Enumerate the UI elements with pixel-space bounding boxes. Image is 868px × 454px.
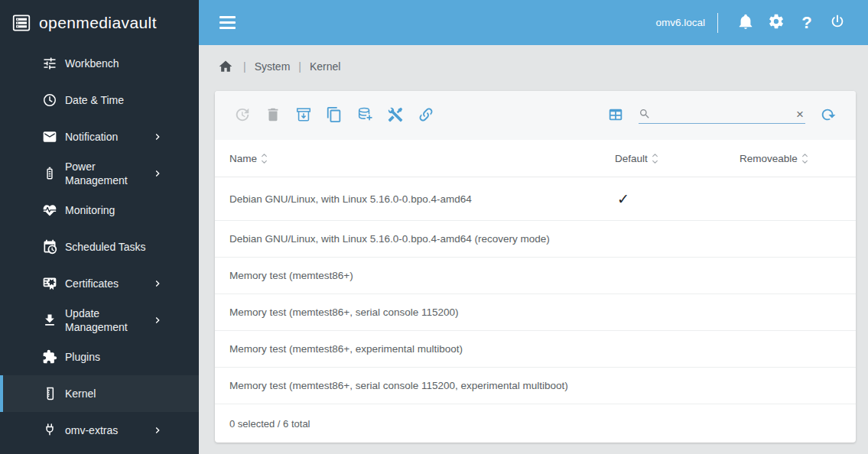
cell-name: Memory test (memtest86+, serial console … [229,306,615,318]
beaker-icon [41,385,58,402]
sidebar-item-plugins[interactable]: Plugins [0,339,199,375]
sidebar-item-label: Workbench [65,57,164,70]
table-row[interactable]: Memory test (memtest86+, experimental mu… [215,331,856,368]
sidebar-item-kernel[interactable]: Kernel [0,375,199,412]
table-row[interactable]: Memory test (memtest86+, serial console … [215,294,856,331]
update-icon [234,106,251,125]
power-plug-icon [41,422,58,439]
chevron-right-icon [151,424,164,436]
search-input[interactable] [651,109,795,120]
power-button[interactable] [822,8,853,38]
gear-icon [768,13,785,32]
header-actions: omv6.local ? [655,8,853,38]
table-row[interactable]: Debian GNU/Linux, with Linux 5.16.0-0.bp… [215,177,856,221]
cell-default: ✓ [615,190,740,208]
toolbar-buttons [227,100,441,131]
table-columns-icon [607,106,624,125]
sidebar-item-label: Monitoring [65,203,164,217]
table-body: Debian GNU/Linux, with Linux 5.16.0-0.bp… [215,177,856,404]
table-row[interactable]: Memory test (memtest86+, serial console … [215,368,856,404]
toolbar-add-database-button[interactable] [349,100,380,131]
sidebar-item-omv-extras[interactable]: omv-extras [0,412,199,449]
sidebar-item-scheduled-tasks[interactable]: Scheduled Tasks [0,229,199,265]
table-toolbar: × [215,91,856,140]
chevron-right-icon [151,131,164,143]
content-copy-icon [326,106,343,125]
search-field: × [639,108,805,124]
battery-icon [41,165,58,182]
chevron-right-icon [151,277,164,290]
column-header-removeable[interactable]: Removeable [740,153,856,164]
column-header-label: Name [229,153,257,164]
menu-toggle-button[interactable] [216,13,239,32]
breadcrumb-item-system[interactable]: System [255,60,291,73]
logo-text: openmediavault [39,14,157,32]
link-icon [418,106,434,125]
sidebar-item-monitoring[interactable]: Monitoring [0,192,199,229]
sidebar-item-update-management[interactable]: Update Management [0,302,199,339]
help-icon: ? [801,13,811,33]
sort-icon [801,153,808,164]
notifications-button[interactable] [730,8,761,38]
table-row[interactable]: Debian GNU/Linux, with Linux 5.16.0-0.bp… [215,221,856,258]
openmediavault-logo-icon [11,12,32,34]
cell-name: Memory test (memtest86+, experimental mu… [229,343,615,355]
sort-icon [261,153,268,164]
toolbar-delete-button [258,100,288,131]
sidebar-item-date-time[interactable]: Date & Time [0,82,199,118]
chevron-right-icon [151,167,164,180]
selection-summary: 0 selected / 6 total [229,418,310,430]
sidebar-item-label: Date & Time [65,93,164,107]
app-logo: openmediavault [0,0,199,45]
sidebar-item-label: omv-extras [65,423,148,437]
sidebar-item-label: Scheduled Tasks [65,240,164,254]
table-footer: 0 selected / 6 total [215,404,856,443]
download-icon [41,312,58,329]
chevron-right-icon [151,314,164,326]
database-plus-icon [356,106,373,125]
toolbar-tools-button[interactable] [380,100,411,131]
app-window: openmediavault omv6.local ? WorkbenchDat… [0,0,868,454]
main-content: | System | Kernel × NameDefaultRemoveabl… [199,45,868,454]
toolbar-set-default-button[interactable] [288,100,319,131]
puzzle-icon [41,349,58,365]
help-button[interactable]: ? [792,8,822,38]
column-settings-button[interactable] [600,100,631,131]
settings-button[interactable] [761,8,792,38]
sidebar-nav: WorkbenchDate & TimeNotificationPower Ma… [0,45,199,454]
trash-icon [265,106,281,125]
sidebar-item-certificates[interactable]: Certificates [0,265,199,302]
heart-pulse-icon [41,202,58,219]
sidebar-item-label: Update Management [65,306,148,334]
envelope-icon [41,128,58,145]
breadcrumb-item-kernel: Kernel [310,60,340,73]
sidebar-item-label: Kernel [65,387,164,400]
cell-name: Debian GNU/Linux, with Linux 5.16.0-0.bp… [229,193,615,205]
breadcrumb-separator: | [243,60,246,73]
table-row[interactable]: Memory test (memtest86+) [215,258,856,294]
power-icon [829,13,846,32]
search-icon [639,108,651,120]
sidebar-item-power-management[interactable]: Power Management [0,155,199,192]
column-header-label: Removeable [740,153,798,164]
reload-button[interactable] [813,100,844,131]
home-icon[interactable] [218,58,235,75]
sort-icon [652,153,658,164]
toolbar-copy-button[interactable] [319,100,349,131]
certificate-icon [41,275,58,292]
toolbar-link-button[interactable] [411,100,441,131]
header-divider [717,13,718,33]
archive-arrow-down-icon [295,106,312,125]
sidebar-item-label: Certificates [65,277,148,290]
sidebar-item-workbench[interactable]: Workbench [0,45,199,82]
breadcrumb-separator: | [298,60,301,73]
sidebar-item-notification[interactable]: Notification [0,118,199,155]
clock-icon [41,92,58,109]
sidebar-item-label: Plugins [65,350,164,364]
hostname-label: omv6.local [655,17,705,28]
toolbar-right: × [600,100,844,131]
breadcrumb: | System | Kernel [218,53,856,80]
clear-search-button[interactable]: × [795,108,805,121]
column-header-default[interactable]: Default [615,153,740,164]
column-header-name[interactable]: Name [229,153,615,164]
